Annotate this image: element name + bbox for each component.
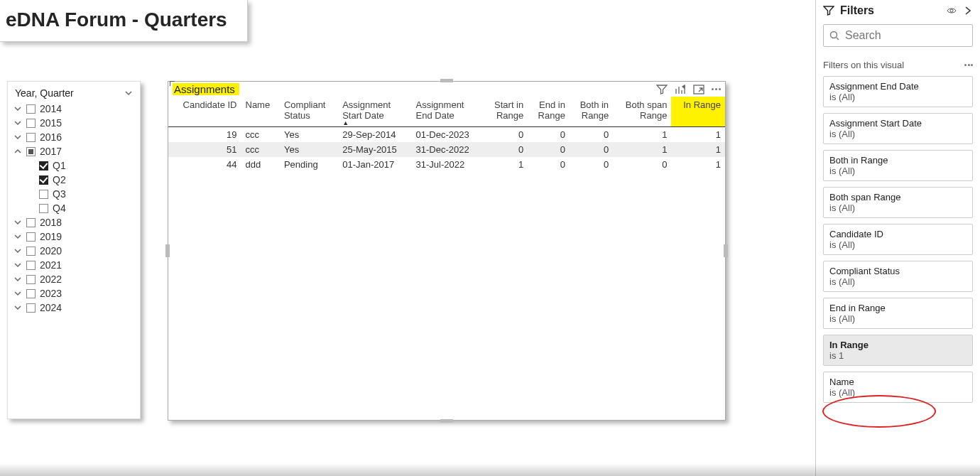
slicer-year-row[interactable]: 2015 [13, 116, 134, 130]
chevron-down-icon[interactable] [13, 289, 22, 298]
resize-handle[interactable] [440, 79, 453, 82]
filter-field-name: Both in Range [829, 155, 888, 166]
more-options-icon[interactable] [712, 88, 721, 90]
slicer-quarter-row[interactable]: Q1 [13, 158, 134, 173]
checkbox[interactable] [26, 275, 36, 284]
chevron-down-icon[interactable] [13, 247, 22, 255]
table-cell: 0 [570, 127, 613, 143]
table-row[interactable]: 44dddPending01-Jan-201731-Jul-202210001 [168, 157, 725, 172]
show-pane-icon[interactable] [946, 6, 957, 16]
column-header[interactable]: Start inRange [484, 97, 528, 127]
checkbox[interactable] [39, 161, 48, 171]
chevron-down-icon[interactable] [13, 261, 22, 269]
checkbox[interactable] [26, 247, 36, 256]
chevron-down-icon[interactable] [13, 104, 22, 113]
slicer-year-row[interactable]: 2020 [13, 244, 134, 258]
filter-card[interactable]: End in Range is (All) [823, 298, 973, 329]
filter-card[interactable]: Compliant Status is (All) [823, 261, 973, 292]
filter-card[interactable]: Assignment End Date is (All) [823, 76, 973, 107]
checkbox[interactable] [26, 289, 36, 298]
search-icon [829, 31, 839, 40]
slicer-year-row[interactable]: 2023 [13, 286, 134, 301]
column-header[interactable]: Name [241, 97, 280, 127]
checkbox[interactable] [26, 104, 36, 114]
column-header[interactable]: AssignmentStart Date▲ [338, 97, 411, 127]
checkbox[interactable] [26, 119, 36, 128]
drill-icon[interactable] [675, 84, 686, 95]
table-cell: ccc [241, 127, 280, 143]
chevron-down-icon[interactable] [13, 218, 22, 227]
table-cell: 1 [484, 157, 528, 172]
chevron-down-icon[interactable] [13, 232, 22, 241]
column-header[interactable]: CompliantStatus [280, 97, 338, 127]
filter-card[interactable]: Candidate ID is (All) [823, 224, 973, 255]
filter-field-name: End in Range [829, 303, 886, 313]
checkbox[interactable] [26, 303, 36, 313]
filters-search-input[interactable]: Search [823, 24, 973, 47]
chevron-down-icon[interactable] [13, 275, 22, 283]
slicer-year-row[interactable]: 2018 [13, 215, 134, 229]
collapse-pane-icon[interactable] [963, 6, 973, 16]
more-options-icon[interactable] [964, 64, 973, 66]
resize-handle[interactable] [440, 419, 453, 423]
chevron-down-icon[interactable] [13, 133, 22, 141]
filter-card[interactable]: Both span Range is (All) [823, 187, 973, 218]
chevron-down-icon[interactable] [13, 303, 22, 312]
filter-field-name: Assignment Start Date [829, 118, 922, 129]
filter-card[interactable]: Assignment Start Date is (All) [823, 113, 973, 144]
table-cell: Pending [280, 157, 338, 172]
checkbox[interactable] [39, 190, 48, 199]
column-header[interactable]: Both spanRange [613, 97, 671, 127]
assignments-table-visual[interactable]: Assignments Candidate IDNameCompliantSta… [168, 81, 726, 421]
checkbox[interactable] [26, 133, 36, 142]
chevron-down-icon[interactable] [13, 119, 22, 127]
table-row[interactable]: 19cccYes29-Sep-201401-Dec-202300011 [168, 127, 725, 143]
table-title: Assignments [173, 83, 239, 95]
checkbox[interactable] [26, 261, 36, 270]
search-placeholder: Search [845, 29, 881, 42]
filter-card[interactable]: Name is (All) [823, 372, 973, 403]
filter-card[interactable]: Both in Range is (All) [823, 150, 973, 181]
slicer-year-row[interactable]: 2017 [13, 144, 134, 158]
checkbox[interactable] [26, 147, 36, 156]
slicer-year-row[interactable]: 2019 [13, 229, 134, 244]
table-row[interactable]: 51cccYes25-May-201531-Dec-202200011 [168, 142, 725, 157]
filter-field-name: Both span Range [829, 192, 900, 202]
table-cell: 0 [484, 142, 528, 157]
filter-icon[interactable] [656, 84, 668, 95]
slicer-year-row[interactable]: 2022 [13, 272, 134, 286]
table-cell: 1 [671, 127, 725, 143]
checkbox[interactable] [39, 175, 48, 185]
visual-toolbar [656, 84, 721, 95]
table-cell: 0 [484, 127, 528, 143]
filters-pane: Filters Search Filters on this visual As… [815, 0, 980, 476]
slicer-quarter-label: Q1 [53, 160, 66, 171]
resize-handle[interactable] [724, 244, 728, 257]
filter-field-name: Name [829, 377, 854, 387]
chevron-up-icon[interactable] [13, 147, 22, 156]
column-header[interactable]: End inRange [528, 97, 570, 127]
column-header[interactable]: In Range [671, 97, 725, 127]
slicer-quarter-row[interactable]: Q2 [13, 173, 134, 187]
resize-handle[interactable] [165, 244, 170, 257]
checkbox[interactable] [26, 218, 36, 227]
column-header[interactable]: AssignmentEnd Date [412, 97, 484, 127]
focus-mode-icon[interactable] [693, 84, 704, 95]
slicer-quarter-row[interactable]: Q3 [13, 187, 134, 201]
slicer-year-row[interactable]: 2024 [13, 301, 134, 315]
table-cell: 51 [168, 142, 241, 157]
table-cell: 1 [671, 142, 725, 157]
year-quarter-slicer[interactable]: Year, Quarter 2014 2015 2016 2017 Q1 [7, 81, 141, 419]
column-header[interactable]: Both inRange [570, 97, 613, 127]
table-cell: 01-Dec-2023 [412, 127, 484, 143]
slicer-year-row[interactable]: 2016 [13, 130, 134, 144]
slicer-quarter-row[interactable]: Q4 [13, 201, 134, 215]
chevron-down-icon[interactable] [124, 89, 133, 97]
filter-card[interactable]: In Range is 1 [823, 335, 973, 366]
slicer-year-row[interactable]: 2021 [13, 258, 134, 272]
column-header[interactable]: Candidate ID [168, 97, 241, 127]
slicer-year-label: 2020 [40, 245, 62, 256]
slicer-year-row[interactable]: 2014 [13, 102, 134, 116]
checkbox[interactable] [26, 232, 36, 242]
checkbox[interactable] [39, 204, 48, 213]
